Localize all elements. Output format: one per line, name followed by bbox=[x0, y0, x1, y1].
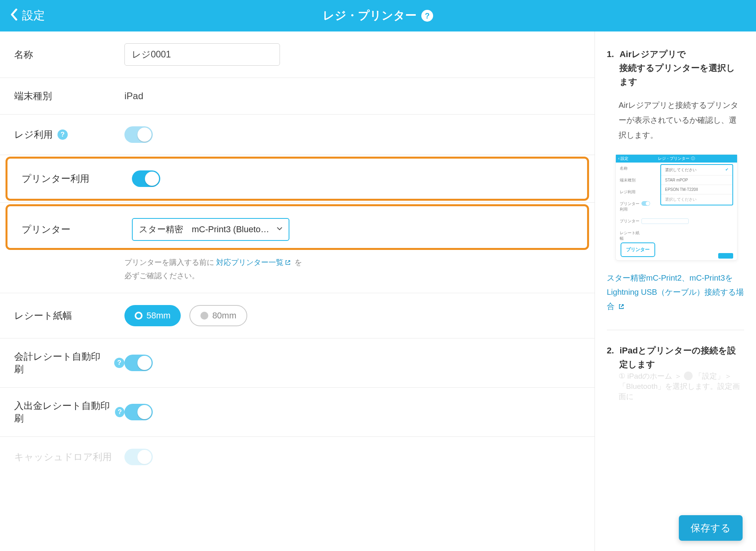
toggle-drawer[interactable] bbox=[124, 449, 153, 465]
paper-width-80mm[interactable]: 80mm bbox=[189, 305, 247, 326]
row-printer: プリンター スター精密 mC-Print3 (Bluetooth/U… bbox=[7, 206, 587, 248]
row-name: 名称 bbox=[0, 31, 595, 78]
radio-dot-icon bbox=[135, 312, 143, 320]
help-illustration: ‹ 設定 レジ・プリンター ⓘ 名称 端末種別 レジ利用 プリンター利用 プリン… bbox=[615, 154, 737, 261]
page-title: レジ・プリンター bbox=[323, 8, 417, 24]
toggle-register-use[interactable] bbox=[124, 126, 153, 143]
help-icon[interactable]: ? bbox=[114, 358, 124, 368]
row-drawer: キャッシュドロア利用 bbox=[0, 437, 595, 483]
row-device: 端末種別 iPad bbox=[0, 78, 595, 115]
settings-form: 名称 端末種別 iPad レジ利用 ? プリンター利用 bbox=[0, 31, 595, 551]
row-auto-cash-receipt: 入出金レシート自動印刷 ? bbox=[0, 388, 595, 437]
step-number-1 bbox=[607, 47, 614, 89]
gear-icon bbox=[684, 372, 693, 380]
label-register-use: レジ利用 bbox=[14, 128, 53, 141]
usb-connection-link[interactable]: スター精密mC-Print2、mC-Print3をLightning USB（ケ… bbox=[607, 271, 744, 314]
printer-helper: プリンターを購入する前に 対応プリンター一覧 を必ずご確認ください。 bbox=[124, 251, 306, 283]
chevron-left-icon bbox=[9, 8, 18, 24]
chevron-down-icon bbox=[276, 224, 283, 235]
help-panel: Airレジアプリで 接続するプリンターを選択します Airレジアプリと接続するプ… bbox=[595, 31, 756, 551]
highlight-printer-use: プリンター利用 bbox=[6, 157, 589, 201]
toggle-printer-use[interactable] bbox=[132, 170, 160, 187]
external-link-icon bbox=[618, 300, 624, 314]
printer-select[interactable]: スター精密 mC-Print3 (Bluetooth/U… bbox=[132, 218, 289, 241]
name-input[interactable] bbox=[124, 43, 280, 66]
label-auto-receipt: 会計レシート自動印刷 bbox=[14, 350, 109, 375]
paper-width-58mm[interactable]: 58mm bbox=[124, 305, 181, 326]
label-drawer: キャッシュドロア利用 bbox=[14, 451, 124, 463]
step-number-2 bbox=[607, 344, 614, 371]
highlight-printer: プリンター スター精密 mC-Print3 (Bluetooth/U… bbox=[6, 204, 589, 250]
external-link-icon bbox=[285, 257, 291, 270]
label-auto-cash-receipt: 入出金レシート自動印刷 bbox=[14, 399, 110, 425]
row-auto-receipt: 会計レシート自動印刷 ? bbox=[0, 338, 595, 388]
label-printer-use: プリンター利用 bbox=[22, 172, 132, 185]
label-name: 名称 bbox=[14, 48, 124, 61]
save-button[interactable]: 保存する bbox=[679, 515, 743, 541]
printer-select-value: スター精密 mC-Print3 (Bluetooth/U… bbox=[139, 224, 289, 234]
device-value: iPad bbox=[124, 91, 580, 102]
row-register-use: レジ利用 ? bbox=[0, 115, 595, 155]
label-paper-width: レシート紙幅 bbox=[14, 309, 124, 322]
app-header: 設定 レジ・プリンター ? bbox=[0, 0, 756, 31]
step2-ghost: ① iPadのホーム ＞ 「設定」＞「Bluetooth」を選択します。設定画面… bbox=[619, 371, 744, 402]
toggle-auto-cash-receipt[interactable] bbox=[124, 404, 153, 420]
help-icon[interactable]: ? bbox=[115, 407, 124, 417]
label-printer: プリンター bbox=[22, 223, 132, 236]
label-device: 端末種別 bbox=[14, 90, 124, 102]
radio-dot-icon bbox=[200, 312, 208, 320]
help-icon[interactable]: ? bbox=[57, 129, 68, 140]
step1-title: Airレジアプリで 接続するプリンターを選択します bbox=[619, 47, 744, 89]
step2-title: iPadとプリンターの接続を設定します bbox=[619, 344, 744, 371]
help-icon[interactable]: ? bbox=[421, 10, 433, 22]
back-label: 設定 bbox=[22, 8, 45, 24]
back-button[interactable]: 設定 bbox=[0, 8, 45, 24]
printer-list-link[interactable]: 対応プリンター一覧 bbox=[216, 258, 292, 266]
scroll-fade bbox=[0, 504, 595, 551]
row-paper-width: レシート紙幅 58mm 80mm bbox=[0, 293, 595, 338]
toggle-auto-receipt[interactable] bbox=[124, 355, 153, 371]
step1-body: Airレジアプリと接続するプリンターが表示されているか確認し、選択します。 bbox=[619, 98, 744, 142]
row-printer-use: プリンター利用 bbox=[7, 159, 587, 199]
